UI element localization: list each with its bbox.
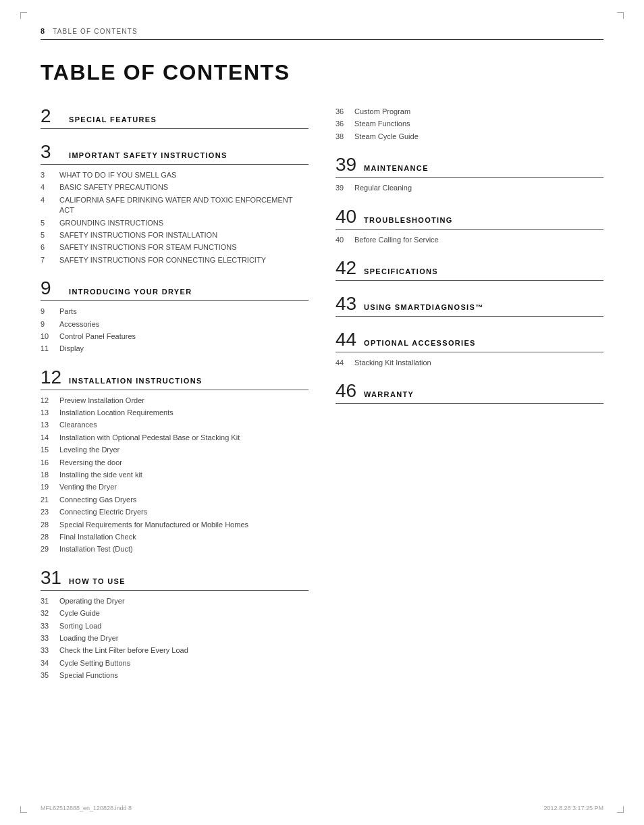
toc-item-text: Regular Cleaning <box>354 183 412 193</box>
section-num: 44 <box>336 330 364 349</box>
section-heading: 43USING SMARTDIAGNOSIS™ <box>336 294 603 317</box>
toc-item: 5SAFETY INSTRUCTIONS FOR INSTALLATION <box>41 230 308 240</box>
toc-item: 39Regular Cleaning <box>336 183 603 193</box>
toc-item-num: 38 <box>336 132 354 140</box>
toc-right-col: 36Custom Program36Steam Functions38Steam… <box>336 107 603 683</box>
toc-item-text: Leveling the Dryer <box>59 445 119 455</box>
toc-item: 21Connecting Gas Dryers <box>41 495 308 505</box>
toc-item: 44Stacking Kit Installation <box>336 358 603 368</box>
toc-item: 38Steam Cycle Guide <box>336 132 603 142</box>
section-heading: 9INTRODUCING YOUR DRYER <box>41 279 308 301</box>
section-label: SPECIAL FEATURES <box>69 115 157 124</box>
toc-item: 40Before Calling for Service <box>336 235 603 245</box>
toc-item-num: 28 <box>41 520 59 529</box>
toc-item-num: 39 <box>336 183 354 192</box>
corner-mark-tl <box>20 12 27 19</box>
toc-item-num: 31 <box>41 596 59 605</box>
toc-item-num: 33 <box>41 621 59 630</box>
toc-item-num: 3 <box>41 170 59 179</box>
toc-item-text: Steam Functions <box>354 119 410 129</box>
toc-item-num: 33 <box>41 645 59 654</box>
toc-item-num: 32 <box>41 608 59 617</box>
toc-item: 23Connecting Electric Dryers <box>41 507 308 517</box>
toc-item: 4BASIC SAFETY PRECAUTIONS <box>41 182 308 192</box>
section-label: INSTALLATION INSTRUCTIONS <box>69 377 203 385</box>
section-label: SPECIFICATIONS <box>364 267 438 275</box>
corner-mark-bl <box>20 806 27 813</box>
header-page-num: 8 <box>41 27 45 35</box>
toc-item-num: 12 <box>41 396 59 404</box>
toc-item-text: Before Calling for Service <box>354 235 439 245</box>
toc-item: 7SAFETY INSTRUCTIONS FOR CONNECTING ELEC… <box>41 255 308 265</box>
toc-item-num: 6 <box>41 242 59 251</box>
toc-item-text: Final Installation Check <box>59 532 136 542</box>
toc-left-col: 2SPECIAL FEATURES3IMPORTANT SAFETY INSTR… <box>41 107 308 683</box>
toc-item: 19Venting the Dryer <box>41 482 308 492</box>
toc-item-text: Cycle Setting Buttons <box>59 658 130 668</box>
toc-item: 32Cycle Guide <box>41 608 308 618</box>
toc-item-num: 19 <box>41 482 59 491</box>
section-heading: 46WARRANTY <box>336 381 603 404</box>
toc-item-num: 13 <box>41 420 59 429</box>
toc-item: 10Control Panel Features <box>41 331 308 342</box>
toc-item: 13Clearances <box>41 420 308 430</box>
toc-item: 6SAFETY INSTRUCTIONS FOR STEAM FUNCTIONS <box>41 242 308 252</box>
section-num: 31 <box>41 568 69 587</box>
toc-item: 15Leveling the Dryer <box>41 445 308 455</box>
section-num: 42 <box>336 259 364 277</box>
footer-file: MFL62512888_en_120828.indd 8 <box>41 805 132 811</box>
section-heading: 31HOW TO USE <box>41 568 308 591</box>
toc-item: 28Special Requirements for Manufactured … <box>41 520 308 530</box>
section-num: 39 <box>336 155 364 174</box>
toc-item-num: 5 <box>41 218 59 227</box>
toc-item: 34Cycle Setting Buttons <box>41 658 308 668</box>
toc-item-text: GROUNDING INSTRUCTIONS <box>59 218 163 228</box>
toc-item: 33Sorting Load <box>41 621 308 631</box>
footer-date: 2012.8.28 3:17:25 PM <box>543 805 603 811</box>
toc-item-num: 14 <box>41 433 59 442</box>
header-title: TABLE OF CONTENTS <box>53 28 138 35</box>
toc-item-text: Reversing the door <box>59 458 122 468</box>
toc-item-num: 9 <box>41 319 59 328</box>
toc-item-num: 15 <box>41 445 59 454</box>
toc-item: 36Steam Functions <box>336 119 603 129</box>
toc-item: 36Custom Program <box>336 107 603 117</box>
page-title: TABLE OF CONTENTS <box>41 60 603 85</box>
toc-item-num: 44 <box>336 358 354 367</box>
toc-item-num: 36 <box>336 119 354 128</box>
toc-item-num: 36 <box>336 107 354 115</box>
section-label: INTRODUCING YOUR DRYER <box>69 288 192 296</box>
toc-item: 29Installation Test (Duct) <box>41 544 308 554</box>
toc-item-text: Connecting Gas Dryers <box>59 495 136 505</box>
toc-item: 9Parts <box>41 307 308 317</box>
section-heading: 40TROUBLESHOOTING <box>336 207 603 230</box>
toc-item-num: 29 <box>41 544 59 553</box>
toc-item-text: Parts <box>59 307 77 317</box>
toc-item-text: Accessories <box>59 319 99 329</box>
section-num: 9 <box>41 279 69 298</box>
toc-item: 18Installing the side vent kit <box>41 470 308 480</box>
toc-item-text: Installation Location Requirements <box>59 408 173 418</box>
toc-item-num: 10 <box>41 331 59 340</box>
toc-item: 9Accessories <box>41 319 308 329</box>
toc-item-num: 23 <box>41 507 59 516</box>
toc-item-text: SAFETY INSTRUCTIONS FOR CONNECTING ELECT… <box>59 255 266 265</box>
section-label: IMPORTANT SAFETY INSTRUCTIONS <box>69 151 227 159</box>
toc-item: 13Installation Location Requirements <box>41 408 308 418</box>
toc-item: 4CALIFORNIA SAFE DRINKING WATER AND TOXI… <box>41 195 308 216</box>
section-label: MAINTENANCE <box>364 164 429 172</box>
toc-item-num: 4 <box>41 195 59 204</box>
toc-item-num: 4 <box>41 182 59 191</box>
toc-item-text: Installing the side vent kit <box>59 470 142 480</box>
toc-item: 12Preview Installation Order <box>41 396 308 406</box>
toc-item: 3WHAT TO DO IF YOU SMELL GAS <box>41 170 308 180</box>
section-label: HOW TO USE <box>69 577 126 585</box>
toc-item-text: Stacking Kit Installation <box>354 358 431 368</box>
toc-item-num: 5 <box>41 230 59 239</box>
toc-item: 35Special Functions <box>41 670 308 681</box>
toc-item-text: Preview Installation Order <box>59 396 144 406</box>
toc-item-text: Steam Cycle Guide <box>354 132 419 142</box>
toc-item: 33Check the Lint Filter before Every Loa… <box>41 645 308 656</box>
toc-item-text: Sorting Load <box>59 621 101 631</box>
header-bar: 8 TABLE OF CONTENTS <box>41 27 603 40</box>
